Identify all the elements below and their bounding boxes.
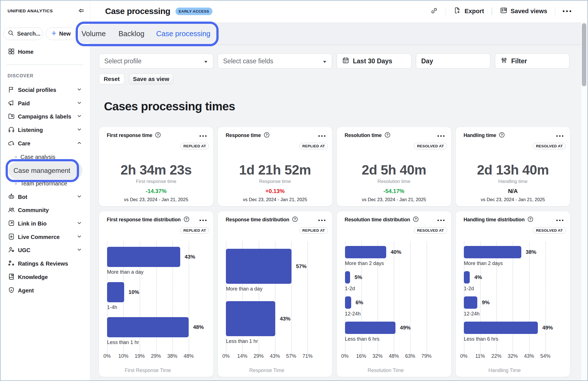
x-axis-title: First Response Time [125, 368, 171, 373]
sidebar-item-ratings-reviews[interactable]: Ratings & Reviews [0, 257, 90, 270]
card-menu-button[interactable] [318, 135, 325, 137]
gridline [427, 241, 427, 354]
card-menu-button[interactable] [318, 220, 325, 221]
select-profile-dropdown[interactable]: Select profile [99, 54, 213, 69]
card-tag-badge: RESOLVED AT [414, 143, 447, 149]
sidebar-item-campaigns-labels[interactable]: Campaigns & labels [0, 110, 90, 123]
card-menu-button[interactable] [556, 220, 563, 221]
card-menu-button[interactable] [200, 135, 207, 137]
sidebar-item-knowledge[interactable]: Knowledge [0, 270, 90, 284]
x-axis-tick: 0% [103, 353, 111, 359]
sidebar-item-live-commerce[interactable]: Live Commerce [0, 230, 90, 244]
megaphone-icon [8, 99, 15, 108]
card-tag-badge: RESOLVED AT [533, 143, 566, 149]
new-button[interactable]: New [46, 27, 76, 40]
distribution-card-2: Response time distribution ? REPLIED AT5… [217, 211, 332, 377]
date-range-value: Last 30 Days [353, 57, 392, 65]
folder-icon [8, 112, 15, 121]
help-icon[interactable]: ? [183, 216, 190, 224]
sidebar-item-link-in-bio[interactable]: Link in Bio [0, 217, 90, 230]
sidebar-item-label: Knowledge [18, 274, 48, 280]
x-axis-tick: 0% [222, 353, 230, 359]
page-header: Case processing EARLY ACCESS Export Save… [90, 0, 587, 23]
gridline [513, 241, 513, 354]
svg-text:?: ? [501, 133, 503, 137]
card-menu-button[interactable] [556, 135, 563, 137]
bar-category-label: 1-2d [345, 286, 355, 292]
knowledge-icon [8, 273, 15, 282]
sidebar-item-social-profiles[interactable]: Social profiles [0, 83, 90, 97]
bar-value-label: 49% [400, 322, 411, 334]
bar-12-24h [345, 296, 351, 309]
page-title: Case processing [105, 6, 170, 16]
more-actions-button[interactable] [563, 10, 571, 12]
saved-views-button[interactable]: Saved views [500, 6, 547, 16]
help-icon[interactable]: ? [154, 131, 161, 140]
help-icon[interactable]: ? [291, 216, 298, 224]
chevron-down-icon [76, 126, 83, 134]
x-axis-tick: 38% [167, 353, 177, 359]
reset-button[interactable]: Reset [99, 73, 124, 84]
sidebar: UNIFIED ANALYTICS Search... New Home DIS… [0, 0, 90, 381]
sidebar-item-agent[interactable]: AAgent [0, 284, 90, 297]
bar-value-label: 49% [542, 322, 553, 334]
help-icon[interactable]: ? [498, 131, 505, 140]
granularity-value: Day [421, 57, 433, 65]
sliders-icon [500, 57, 508, 66]
sidebar-item-label: Case management [13, 167, 70, 175]
chevron-down-icon [204, 57, 208, 65]
sidebar-item-case-management[interactable]: Case management [8, 162, 82, 179]
card-tag-badge: REPLIED AT [180, 227, 209, 234]
bar-value-label: 38% [526, 246, 536, 258]
export-button[interactable]: Export [453, 6, 484, 16]
scrollbar-thumb[interactable] [582, 23, 586, 86]
x-axis-tick: 29% [254, 353, 264, 359]
sidebar-item-bot[interactable]: Bot [0, 190, 90, 204]
bar-more-than-a-day [226, 249, 291, 284]
sidebar-item-care[interactable]: Care [0, 137, 90, 150]
collapse-sidebar-icon[interactable] [77, 7, 85, 15]
linkinbio-icon [8, 219, 15, 228]
tab-backlog[interactable]: Backlog [119, 23, 145, 45]
bar-value-label: 4% [474, 271, 482, 284]
chevron-down-icon [76, 99, 83, 108]
sidebar-item-listening[interactable]: Listening [0, 123, 90, 137]
chevron-down-icon [323, 57, 327, 65]
sidebar-item-paid[interactable]: Paid [0, 97, 90, 110]
card-menu-button[interactable] [200, 220, 207, 221]
x-axis-tick: 16% [356, 353, 366, 359]
card-tag-badge: REPLIED AT [180, 143, 209, 149]
sidebar-item-label: Campaigns & labels [18, 113, 71, 120]
share-link-icon[interactable] [430, 7, 438, 16]
sidebar-item-label: Care [18, 140, 30, 147]
tab-volume[interactable]: Volume [82, 23, 106, 45]
sidebar-item-home[interactable]: Home [0, 45, 90, 59]
reset-label: Reset [104, 76, 120, 82]
help-icon[interactable]: ? [384, 131, 391, 140]
help-icon[interactable]: ? [263, 131, 270, 140]
x-axis-tick: 79% [422, 353, 432, 359]
sidebar-divider [7, 64, 83, 65]
sidebar-item-community[interactable]: Community [0, 203, 90, 217]
date-range-picker[interactable]: Last 30 Days [337, 54, 411, 69]
help-icon[interactable]: ? [412, 216, 419, 224]
select-case-fields-dropdown[interactable]: Select case fields [218, 54, 332, 69]
distribution-card-4: Handling time distribution ? RESOLVED AT… [455, 211, 570, 377]
card-menu-button[interactable] [437, 135, 445, 137]
ratings-icon [8, 259, 15, 268]
metric-compare-range: vs Dec 23, 2024 - Jan 21, 2025 [337, 197, 451, 202]
tab-case-processing[interactable]: Case processing [156, 23, 210, 45]
gridline [545, 241, 546, 354]
search-input[interactable]: Search... [3, 27, 43, 40]
bar-value-label: 48% [193, 317, 204, 337]
sidebar-item-case-analysis[interactable]: Case analysis [0, 150, 90, 164]
svg-text:?: ? [157, 133, 159, 137]
card-title: Handling time [464, 133, 496, 138]
bullet-icon [15, 154, 17, 159]
card-menu-button[interactable] [437, 220, 445, 221]
save-as-view-button[interactable]: Save as view [129, 73, 173, 84]
filter-button[interactable]: Filter [495, 54, 570, 69]
help-icon[interactable]: ? [527, 216, 534, 224]
sidebar-item-ugc[interactable]: UGC [0, 243, 90, 257]
granularity-dropdown[interactable]: Day [416, 54, 490, 69]
